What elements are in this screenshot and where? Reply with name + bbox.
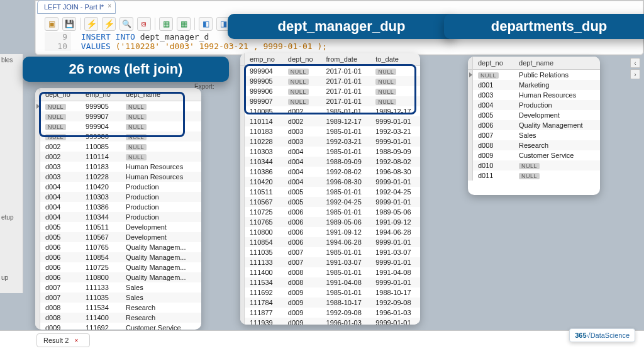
cell: 110228 (245, 136, 283, 147)
table-row[interactable]: 110800d0061991-09-121994-06-28 (240, 227, 420, 237)
table-row[interactable]: 110183d0031985-01-011992-03-21 (240, 126, 420, 136)
table-row[interactable]: d004110420Production (35, 182, 201, 192)
table-row[interactable]: d005Development (468, 110, 600, 120)
table-row[interactable]: 111534d0081991-04-089999-01-01 (240, 277, 420, 287)
table-row[interactable]: 110303d0041985-01-011988-09-09 (240, 147, 420, 157)
table-row[interactable]: NULL999904NULL (35, 121, 201, 131)
column-header[interactable]: dept_no (283, 53, 321, 66)
table-row[interactable]: d005110567Development (35, 232, 201, 242)
explain-icon[interactable]: 🔍 (119, 17, 133, 31)
cell: 110725 (245, 207, 283, 217)
cell: 1991-03-07 (321, 257, 371, 267)
commit-icon[interactable]: ▦ (159, 17, 173, 31)
table-row[interactable]: d006110800Quality Managem... (35, 272, 201, 282)
table-row[interactable]: d008Research (468, 140, 600, 150)
table-row[interactable]: 110725d0061985-01-011989-05-06 (240, 207, 420, 217)
left-result-grid-wrap: dept_noemp_nodept_nameNULL999905NULLNULL… (35, 88, 201, 330)
right-grid[interactable]: dept_nodept_nameNULLPublic Relationsd001… (468, 57, 600, 181)
column-header[interactable]: dept_no (40, 88, 81, 101)
table-row[interactable]: d006110854Quality Managem... (35, 252, 201, 262)
editor-tab[interactable]: LEFT JOIN - Part I* × (37, 0, 116, 14)
table-row[interactable]: 999904NULL2017-01-01NULL (240, 66, 420, 77)
column-header[interactable]: emp_no (245, 53, 283, 66)
table-row[interactable]: d010NULL (468, 160, 600, 170)
cell: 110114 (80, 152, 121, 162)
table-row[interactable]: d004110386Production (35, 202, 201, 212)
execute-current-icon[interactable]: ⚡ (102, 17, 116, 31)
save-icon[interactable]: 💾 (62, 17, 76, 31)
table-row[interactable]: d001Marketing (468, 80, 600, 90)
close-icon[interactable]: × (74, 337, 78, 344)
scroll-left-icon[interactable]: ‹ (630, 58, 640, 68)
table-row[interactable]: NULL999907NULL (35, 111, 201, 121)
table-row[interactable]: 110420d0041996-08-309999-01-01 (240, 177, 420, 187)
table-row[interactable]: 111939d0091996-01-039999-01-01 (240, 318, 420, 325)
commit-all-icon[interactable]: ▦ (177, 17, 191, 31)
column-header[interactable]: emp_no (80, 88, 121, 101)
table-row[interactable]: NULL999905NULL (35, 101, 201, 112)
table-row[interactable]: 110386d0041992-08-021996-08-30 (240, 167, 420, 177)
cell: 110303 (245, 147, 283, 157)
cell: d006 (473, 120, 514, 130)
table-row[interactable]: d006110765Quality Managem... (35, 242, 201, 252)
table-row[interactable]: d005110511Development (35, 222, 201, 232)
table-row[interactable]: d004Production (468, 100, 600, 110)
table-row[interactable]: d011NULL (468, 170, 600, 181)
table-row[interactable]: d008111534Research (35, 303, 201, 313)
table-row[interactable]: 110085d0021985-01-011989-12-17 (240, 106, 420, 116)
open-icon[interactable]: ▣ (45, 17, 58, 31)
table-row[interactable]: d007Sales (468, 130, 600, 140)
cell: 111133 (80, 282, 121, 292)
table-row[interactable]: 111692d0091985-01-011988-10-17 (240, 287, 420, 298)
table-row[interactable]: 111877d0091992-09-081996-01-03 (240, 308, 420, 318)
table-row[interactable]: 999907NULL2017-01-01NULL (240, 96, 420, 106)
table-row[interactable]: 999906NULL2017-01-01NULL (240, 86, 420, 96)
column-header[interactable]: to_date (370, 53, 420, 66)
table-row[interactable]: d003110183Human Resources (35, 162, 201, 172)
table-row[interactable]: d009111692Customer Service (35, 323, 201, 330)
table-row[interactable]: d002110114NULL (35, 152, 201, 162)
table-row[interactable]: 110228d0031992-03-219999-01-01 (240, 136, 420, 147)
table-row[interactable]: 999905NULL2017-01-01NULL (240, 76, 420, 86)
autocommit-icon[interactable]: ◧ (199, 17, 213, 31)
table-row[interactable]: d004110344Production (35, 212, 201, 222)
table-row[interactable]: d003110228Human Resources (35, 172, 201, 182)
left-result-grid[interactable]: dept_noemp_nodept_nameNULL999905NULLNULL… (35, 88, 201, 330)
table-row[interactable]: d002110085NULL (35, 142, 201, 152)
table-row[interactable]: 110344d0041988-09-091992-08-02 (240, 157, 420, 167)
column-header[interactable]: from_date (321, 53, 371, 66)
column-header[interactable]: dept_name (514, 57, 600, 70)
table-row[interactable]: d003Human Resources (468, 90, 600, 100)
table-row[interactable]: 110854d0061994-06-289999-01-01 (240, 237, 420, 247)
stop-icon[interactable]: ⦻ (137, 17, 151, 31)
cell: d004 (40, 182, 81, 192)
table-row[interactable]: NULL999906NULL (35, 131, 201, 142)
table-row[interactable]: d004110303Production (35, 192, 201, 202)
close-icon[interactable]: × (106, 3, 113, 9)
scroll-right-icon[interactable]: › (630, 69, 640, 79)
table-row[interactable]: 111035d0071985-01-011991-03-07 (240, 247, 420, 257)
cell: Research (121, 313, 201, 323)
table-row[interactable]: d007111035Sales (35, 292, 201, 303)
column-header[interactable]: dept_no (473, 57, 514, 70)
table-row[interactable]: 110511d0051985-01-011992-04-25 (240, 187, 420, 197)
table-row[interactable]: 111400d0081985-01-011991-04-08 (240, 267, 420, 277)
table-row[interactable]: d007111133Sales (35, 282, 201, 292)
cell: Production (121, 182, 201, 192)
table-row[interactable]: d006110725Quality Managem... (35, 262, 201, 272)
table-row[interactable]: d008111400Research (35, 313, 201, 323)
table-row[interactable]: 111133d0071991-03-079999-01-01 (240, 257, 420, 267)
cell: 1988-10-17 (321, 298, 371, 308)
table-row[interactable]: d006Quality Management (468, 120, 600, 130)
table-row[interactable]: 110114d0021989-12-179999-01-01 (240, 116, 420, 126)
cell: NULL (514, 160, 600, 170)
table-row[interactable]: 110765d0061989-05-061991-09-12 (240, 217, 420, 227)
column-header[interactable]: dept_name (121, 88, 201, 101)
table-row[interactable]: NULLPublic Relations (468, 70, 600, 81)
execute-icon[interactable]: ⚡ (84, 17, 98, 31)
table-row[interactable]: d009Customer Service (468, 150, 600, 160)
table-row[interactable]: 111784d0091988-10-171992-09-08 (240, 298, 420, 308)
result-tab[interactable]: Result 2 × (36, 333, 90, 347)
table-row[interactable]: 110567d0051992-04-259999-01-01 (240, 197, 420, 207)
mid-grid[interactable]: emp_nodept_nofrom_dateto_date999904NULL2… (240, 53, 420, 325)
